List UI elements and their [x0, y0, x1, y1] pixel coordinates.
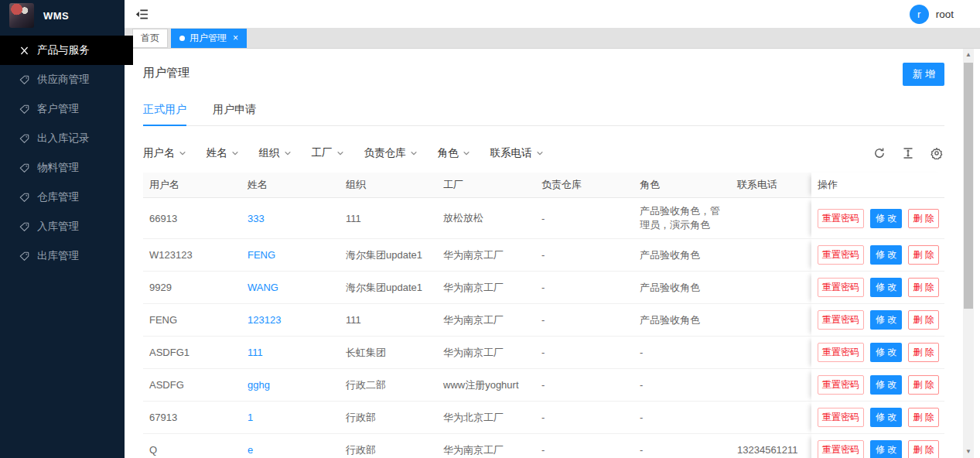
user-name-link[interactable]: e [248, 444, 253, 456]
cell-org: 行政二部 [340, 369, 437, 402]
filter-2[interactable]: 组织 [259, 146, 292, 160]
delete-button[interactable]: 删 除 [908, 278, 938, 297]
edit-button[interactable]: 修 改 [870, 310, 902, 330]
edit-button[interactable]: 修 改 [870, 209, 902, 228]
reset-password-button[interactable]: 重置密码 [818, 375, 864, 395]
column-header-6: 联系电话 [731, 173, 811, 198]
filter-6[interactable]: 联系电话 [490, 146, 544, 160]
cell-org: 111 [340, 198, 437, 239]
cell-warehouse: - [535, 337, 633, 369]
sidebar-item-7[interactable]: 出库管理 [0, 241, 125, 271]
user-name-link[interactable]: WANG [248, 282, 278, 293]
cell-factory: 华为南京工厂 [437, 272, 535, 304]
user-name-link[interactable]: gghg [248, 379, 270, 391]
page-tab-1[interactable]: 用户申请 [213, 103, 256, 125]
reset-password-button[interactable]: 重置密码 [818, 245, 864, 265]
delete-button[interactable]: 删 除 [908, 310, 938, 330]
filter-1[interactable]: 姓名 [207, 146, 239, 160]
user-name-link[interactable]: FENG [248, 249, 275, 261]
sidebar: WMS 产品与服务供应商管理客户管理出入库记录物料管理仓库管理入库管理出库管理 [0, 0, 125, 458]
cell-name: gghg [241, 369, 340, 402]
settings-icon[interactable] [930, 147, 943, 159]
cell-phone [731, 239, 811, 272]
vertical-scrollbar[interactable]: ▲ ▼ [963, 49, 974, 458]
sidebar-item-2[interactable]: 客户管理 [0, 94, 125, 124]
sidebar-item-6[interactable]: 入库管理 [0, 212, 125, 241]
delete-button[interactable]: 删 除 [908, 440, 938, 458]
edit-button[interactable]: 修 改 [870, 343, 902, 362]
close-tab-icon[interactable]: × [233, 32, 238, 43]
window-tab-0[interactable]: 首页 [132, 29, 168, 48]
sidebar-item-label: 产品与服务 [37, 43, 90, 57]
tag-icon [19, 251, 29, 261]
filter-5[interactable]: 角色 [438, 146, 470, 160]
sidebar-item-3[interactable]: 出入库记录 [0, 124, 125, 153]
cell-phone: 13234561211 [731, 434, 811, 458]
edit-button[interactable]: 修 改 [870, 440, 902, 458]
reset-password-button[interactable]: 重置密码 [818, 408, 864, 427]
cell-actions: 重置密码修 改删 除 [811, 272, 944, 304]
filter-4[interactable]: 负责仓库 [364, 146, 418, 160]
user-name-link[interactable]: 111 [248, 347, 263, 358]
menu-fold-icon[interactable] [135, 8, 149, 21]
tag-icon [19, 163, 29, 173]
add-button[interactable]: 新 增 [903, 63, 944, 86]
refresh-icon[interactable] [873, 147, 886, 159]
cell-name: e [241, 434, 340, 458]
user-name-link[interactable]: 123123 [248, 314, 281, 326]
action-buttons: 重置密码修 改删 除 [818, 245, 938, 265]
cell-role: - [633, 369, 731, 402]
reset-password-button[interactable]: 重置密码 [818, 440, 864, 458]
delete-button[interactable]: 删 除 [908, 209, 938, 228]
filters: 用户名姓名组织工厂负责仓库角色联系电话 [143, 146, 873, 160]
cell-phone [731, 304, 811, 337]
cell-name: 111 [241, 337, 340, 369]
window-tab-label: 用户管理 [190, 32, 227, 45]
cell-actions: 重置密码修 改删 除 [811, 337, 944, 369]
sidebar-item-0[interactable]: 产品与服务 [0, 36, 133, 65]
delete-button[interactable]: 删 除 [908, 375, 938, 395]
table-row: Qe行政部华为南京工厂--13234561211重置密码修 改删 除 [143, 434, 944, 458]
cell-warehouse: - [535, 369, 633, 402]
edit-button[interactable]: 修 改 [870, 278, 902, 297]
scroll-up-icon[interactable]: ▲ [963, 50, 974, 60]
scroll-down-icon[interactable]: ▼ [963, 447, 974, 456]
edit-button[interactable]: 修 改 [870, 375, 902, 395]
delete-button[interactable]: 删 除 [908, 408, 938, 427]
table-row: W123123FENG海尔集团update1华为南京工厂-产品验收角色重置密码修… [143, 239, 944, 272]
sidebar-item-5[interactable]: 仓库管理 [0, 183, 125, 212]
column-header-1: 姓名 [241, 173, 340, 198]
edit-button[interactable]: 修 改 [870, 408, 902, 427]
filter-label: 用户名 [143, 146, 175, 160]
page-tab-0[interactable]: 正式用户 [143, 103, 186, 125]
table-row: 66913333111放松放松-产品验收角色，管理员，演示角色重置密码修 改删 … [143, 198, 944, 239]
reset-password-button[interactable]: 重置密码 [818, 310, 864, 330]
column-height-icon[interactable] [902, 147, 914, 159]
cell-org: 海尔集团update1 [340, 239, 437, 272]
scrollbar-thumb[interactable] [964, 63, 973, 309]
filter-0[interactable]: 用户名 [143, 146, 186, 160]
reset-password-button[interactable]: 重置密码 [818, 278, 864, 297]
cell-name: 333 [241, 198, 340, 239]
delete-button[interactable]: 删 除 [908, 343, 938, 362]
cell-warehouse: - [535, 239, 633, 272]
reset-password-button[interactable]: 重置密码 [818, 209, 864, 228]
sidebar-item-4[interactable]: 物料管理 [0, 153, 125, 183]
filter-3[interactable]: 工厂 [312, 146, 344, 160]
filter-label: 角色 [438, 146, 459, 160]
reset-password-button[interactable]: 重置密码 [818, 343, 864, 362]
user-name-link[interactable]: 1 [248, 412, 253, 423]
table-row: 9929WANG海尔集团update1华为南京工厂-产品验收角色重置密码修 改删… [143, 272, 944, 304]
cell-name: FENG [241, 239, 340, 272]
user-name-link[interactable]: 333 [248, 213, 265, 224]
user-menu[interactable]: r root [910, 5, 954, 24]
cell-username: FENG [143, 304, 241, 337]
delete-button[interactable]: 删 除 [908, 245, 938, 265]
sidebar-item-1[interactable]: 供应商管理 [0, 65, 125, 94]
column-header-3: 工厂 [437, 173, 535, 198]
edit-button[interactable]: 修 改 [870, 245, 902, 265]
cell-role: - [633, 402, 731, 434]
window-tab-1[interactable]: 用户管理× [171, 29, 247, 48]
cell-username: ASDFG1 [143, 337, 241, 369]
cell-role: - [633, 434, 731, 458]
